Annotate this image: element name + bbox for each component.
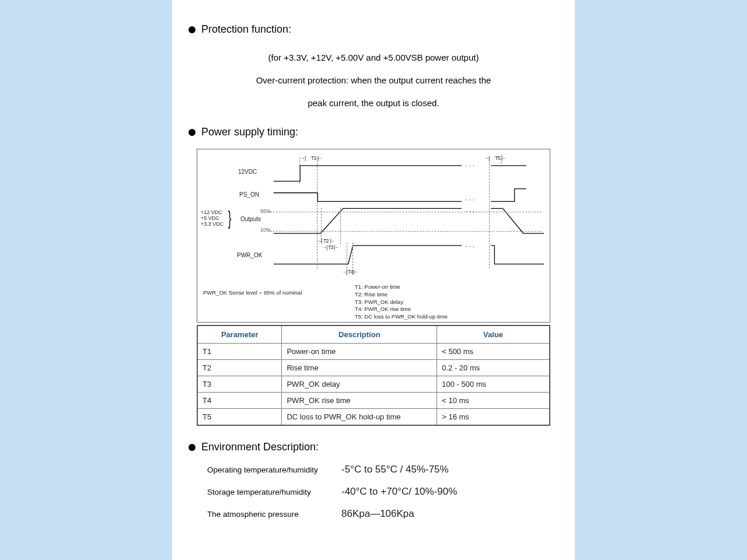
env-row: Storage temperature/humidity -40°C to +7… (207, 486, 558, 498)
env-label: Storage temperature/humidity (207, 488, 336, 496)
env-value: -40°C to +70°C/ 10%-90% (336, 486, 457, 498)
timing-header: Power supply timing: (189, 126, 558, 138)
col-parameter: Parameter (197, 326, 282, 344)
signal-pwrok: PWR_OK (237, 252, 262, 258)
ellipsis-icon: ··· (466, 208, 476, 215)
bullet-icon (189, 129, 196, 136)
bullet-icon (189, 26, 196, 33)
col-value: Value (437, 326, 550, 344)
environment-header: Environment Description: (189, 441, 558, 453)
col-description: Description (282, 326, 437, 344)
pct-10: 10% (260, 227, 271, 233)
env-value: 86Kpa—106Kpa (336, 508, 414, 520)
env-row: The atmospheric pressure 86Kpa—106Kpa (207, 508, 558, 520)
table-row: T2 Rise time 0.2 - 20 ms (197, 360, 550, 376)
t3-label: T3 (328, 244, 333, 250)
t5-label: T5 (495, 155, 500, 161)
protection-line3: peak current, the output is closed. (189, 92, 558, 114)
table-row: T3 PWR_OK delay 100 - 500 ms (197, 376, 550, 393)
table-row: T1 Power-on time < 500 ms (197, 344, 550, 360)
table-row: T4 PWR_OK rise time < 10 ms (197, 393, 550, 409)
protection-title: Protection function: (201, 23, 291, 36)
ellipsis-icon: ··· (466, 196, 476, 203)
timing-table: Parameter Description Value T1 Power-on … (197, 325, 550, 426)
brace-icon: } (228, 206, 232, 229)
protection-header: Protection function: (189, 23, 558, 36)
timing-key: T1: Power-on time T2: Rise time T3: PWR_… (355, 284, 448, 321)
environment-section: Environment Description: Operating tempe… (189, 441, 558, 520)
table-row: T5 DC loss to PWR_OK hold-up time > 16 m… (197, 409, 550, 426)
document-page: Protection function: (for +3.3V, +12V, +… (172, 0, 575, 560)
timing-diagram: 12VDC PS_ON +12 VDC +5 VDC +3.3 VDC } Ou… (197, 149, 550, 323)
protection-body: (for +3.3V, +12V, +5.00V and +5.00VSB po… (189, 46, 558, 114)
table-header-row: Parameter Description Value (197, 326, 550, 344)
environment-title: Environment Description: (201, 441, 319, 453)
env-row: Operating temperature/humidity -5°C to 5… (207, 464, 558, 475)
env-value: -5°C to 55°C / 45%-75% (336, 464, 449, 475)
ellipsis-icon: ··· (466, 162, 476, 169)
bullet-icon (189, 444, 196, 451)
env-label: The atmospheric pressure (207, 510, 336, 519)
t2-label: T2 (323, 238, 329, 244)
signal-pson: PS_ON (239, 191, 259, 198)
t1-label: T1 (311, 155, 316, 161)
pct-95: 95% (260, 208, 271, 214)
protection-line1: (for +3.3V, +12V, +5.00V and +5.00VSB po… (189, 46, 558, 69)
env-label: Operating temperature/humidity (207, 466, 336, 474)
timing-title: Power supply timing: (201, 126, 298, 138)
t4-label: T4 (348, 269, 353, 275)
signal-12vdc: 12VDC (238, 169, 257, 175)
outputs-rails: +12 VDC +5 VDC +3.3 VDC (201, 210, 224, 228)
ellipsis-icon: ··· (466, 243, 476, 250)
signal-outputs: Outputs (240, 216, 261, 222)
protection-line2: Over-current protection: when the output… (189, 69, 558, 92)
sense-level-note: PWR_OK Sense level = 95% of nominal (203, 289, 302, 296)
